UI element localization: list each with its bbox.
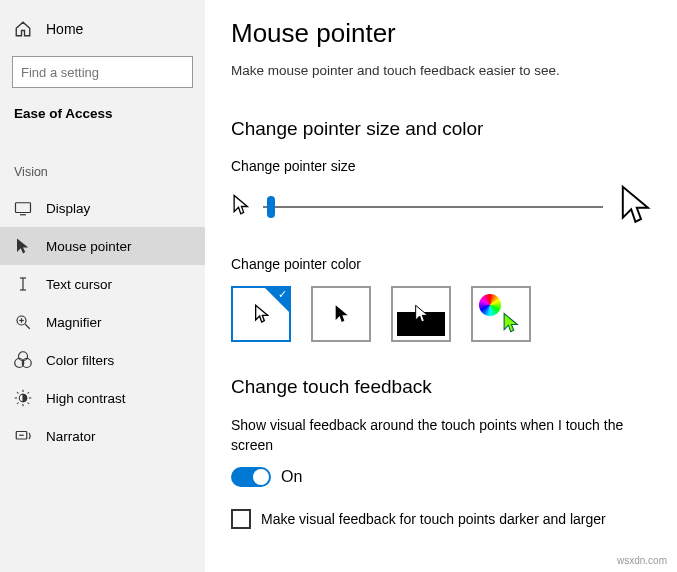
sidebar-item-display[interactable]: Display [0,189,205,227]
svg-line-19 [17,392,19,394]
svg-point-11 [19,352,28,361]
sidebar-item-high-contrast[interactable]: High contrast [0,379,205,417]
watermark: wsxdn.com [617,555,667,566]
high-contrast-icon [14,389,32,407]
color-filters-icon [14,351,32,369]
pointer-color-inverted[interactable] [391,286,451,342]
sidebar-item-label: Text cursor [46,277,112,292]
narrator-icon [14,427,32,445]
slider-thumb[interactable] [267,196,275,218]
home-button[interactable]: Home [0,12,205,46]
sidebar-item-color-filters[interactable]: Color filters [0,341,205,379]
sidebar-item-narrator[interactable]: Narrator [0,417,205,455]
pointer-color-custom[interactable] [471,286,531,342]
magnifier-icon [14,313,32,331]
sidebar-item-label: Narrator [46,429,96,444]
cursor-icon [501,312,519,334]
darker-larger-label: Make visual feedback for touch points da… [261,511,606,527]
cursor-icon [333,304,349,324]
sidebar: Home Ease of Access Vision Display Mouse… [0,0,205,572]
touch-description: Show visual feedback around the touch po… [231,416,651,455]
svg-line-20 [28,403,30,405]
sidebar-item-label: High contrast [46,391,126,406]
sidebar-item-magnifier[interactable]: Magnifier [0,303,205,341]
svg-line-8 [25,324,30,329]
home-icon [14,20,32,38]
section-touch-heading: Change touch feedback [231,376,651,398]
page-title: Mouse pointer [231,18,651,49]
search-box[interactable] [12,56,193,88]
toggle-state-label: On [281,468,302,486]
sidebar-item-label: Magnifier [46,315,102,330]
sidebar-item-label: Mouse pointer [46,239,132,254]
text-cursor-icon [14,275,32,293]
mouse-pointer-icon [14,237,32,255]
group-vision: Vision [0,131,205,189]
pointer-color-row [231,286,651,342]
touch-feedback-toggle[interactable] [231,467,271,487]
search-input[interactable] [21,65,189,80]
sidebar-item-label: Color filters [46,353,114,368]
svg-rect-2 [16,203,31,213]
touch-feedback-toggle-row: On [231,467,651,487]
pointer-size-slider[interactable] [263,197,603,217]
darker-larger-row: Make visual feedback for touch points da… [231,509,651,529]
darker-larger-checkbox[interactable] [231,509,251,529]
category-heading: Ease of Access [0,100,205,131]
cursor-large-icon [617,184,651,230]
selected-check-icon [265,288,289,312]
display-icon [14,199,32,217]
svg-line-21 [17,403,19,405]
sidebar-item-mouse-pointer[interactable]: Mouse pointer [0,227,205,265]
sidebar-item-label: Display [46,201,90,216]
sidebar-item-text-cursor[interactable]: Text cursor [0,265,205,303]
main-content: Mouse pointer Make mouse pointer and tou… [205,0,677,572]
pointer-color-black[interactable] [311,286,371,342]
section-size-heading: Change pointer size and color [231,118,651,140]
cursor-icon [413,304,429,324]
toggle-knob [253,469,269,485]
pointer-color-white[interactable] [231,286,291,342]
pointer-size-slider-row [231,184,651,230]
home-label: Home [46,21,83,37]
color-wheel-icon [479,294,501,316]
cursor-small-icon [231,194,249,220]
intro-text: Make mouse pointer and touch feedback ea… [231,63,651,78]
size-label: Change pointer size [231,158,651,174]
slider-track [263,206,603,208]
color-label: Change pointer color [231,256,651,272]
svg-line-22 [28,392,30,394]
